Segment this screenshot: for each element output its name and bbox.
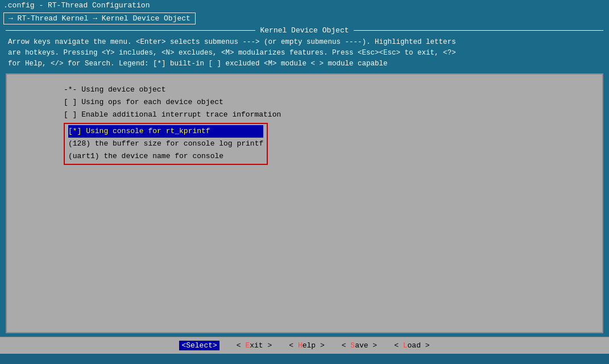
bottom-bar: <Select> < Exit > < Help > < Save > < Lo… (0, 337, 609, 354)
select-button[interactable]: <Select> (179, 341, 219, 350)
app-window: .config - RT-Thread Configuration → RT-T… (0, 0, 609, 364)
help-label: H (298, 341, 303, 350)
highlight-box: [*] Using console for rt_kprintf (128) t… (64, 123, 268, 165)
help-button[interactable]: < Help > (289, 341, 324, 350)
list-item[interactable]: (128) the buffer size for console log pr… (68, 138, 263, 150)
save-button[interactable]: < Save > (342, 341, 377, 350)
list-item[interactable]: [ ] Enable additional interrupt trace in… (64, 109, 281, 121)
breadcrumb[interactable]: → RT-Thread Kernel → Kernel Device Objec… (3, 13, 196, 24)
panel-title-text: Kernel Device Object (260, 26, 349, 35)
list-item-selected[interactable]: [*] Using console for rt_kprintf (68, 125, 263, 138)
panel-title: Kernel Device Object (6, 26, 603, 35)
status-bar (0, 354, 609, 364)
title-text: .config - RT-Thread Configuration (3, 1, 150, 10)
help-line-3: for Help, </> for Search. Legend: [*] bu… (8, 59, 601, 69)
load-label: L (403, 341, 408, 350)
breadcrumb-bar: → RT-Thread Kernel → Kernel Device Objec… (0, 11, 609, 26)
list-item[interactable]: -*- Using device object (64, 84, 165, 96)
list-item[interactable]: [ ] Using ops for each device object (64, 96, 223, 109)
save-label: S (350, 341, 355, 350)
menu-list: -*- Using device object [ ] Using ops fo… (18, 84, 591, 165)
help-line-1: Arrow keys navigate the menu. <Enter> se… (8, 37, 601, 48)
content-area: -*- Using device object [ ] Using ops fo… (6, 73, 603, 333)
exit-label: E (245, 341, 250, 350)
load-button[interactable]: < Load > (394, 341, 429, 350)
help-line-2: are hotkeys. Pressing <Y> includes, <N> … (8, 48, 601, 59)
main-container: Kernel Device Object Arrow keys navigate… (0, 26, 609, 337)
exit-button[interactable]: < Exit > (237, 341, 272, 350)
help-text: Arrow keys navigate the menu. <Enter> se… (6, 35, 603, 73)
title-bar: .config - RT-Thread Configuration (0, 0, 609, 11)
list-item[interactable]: (uart1) the device name for console (68, 150, 263, 163)
